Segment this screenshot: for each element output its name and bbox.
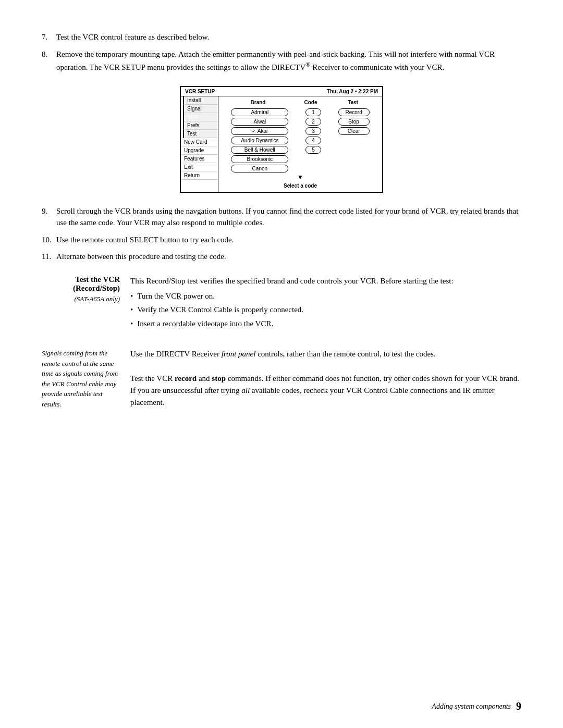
item8-num: 8. bbox=[42, 48, 56, 73]
item11-num: 11. bbox=[42, 251, 56, 263]
intro-list: 7. Test the VCR control feature as descr… bbox=[42, 31, 521, 73]
list-item-8: 8. Remove the temporary mounting tape. A… bbox=[42, 48, 521, 73]
test-record-text: Test the VCR record and stop commands. I… bbox=[130, 373, 521, 409]
use-directv-text: Use the DIRECTV Receiver front panel con… bbox=[130, 348, 521, 360]
code-1[interactable]: 1 bbox=[305, 108, 321, 116]
vcr-row-admiral: Admiral 1 Record bbox=[223, 108, 378, 116]
sat-note: (SAT-A65A only) bbox=[42, 295, 120, 303]
item10-text: Use the remote control SELECT button to … bbox=[56, 234, 521, 246]
sidebar-item-prefs[interactable]: Prefs bbox=[183, 121, 218, 130]
item9-num: 9. bbox=[42, 205, 56, 229]
vcr-row-bell-howell: Bell & Howell 5 bbox=[223, 146, 378, 154]
sidebar-item-upgrade[interactable]: Upgrade bbox=[181, 146, 218, 155]
code-3[interactable]: 3 bbox=[305, 127, 321, 135]
code-4[interactable]: 4 bbox=[305, 137, 321, 144]
sidebar-item-vcr[interactable]: VCR bbox=[183, 113, 218, 121]
test-vcr-heading-line2: (Record/Stop) bbox=[73, 284, 120, 292]
vcr-setup-title: VCR SETUP bbox=[185, 89, 215, 94]
item7-num: 7. bbox=[42, 31, 56, 43]
brand-brooksonic[interactable]: Brooksonic bbox=[231, 155, 288, 163]
sidebar-note-text: Signals coming from the remote control a… bbox=[42, 348, 120, 409]
vcr-brand-rows: Admiral 1 Record Aiwal 2 Stop Akai bbox=[223, 108, 378, 172]
page-footer: Adding system components 9 bbox=[432, 700, 521, 712]
vcr-main: Brand Code Test Admiral 1 Record bbox=[218, 96, 382, 192]
bullet-2: Verify the VCR Control Cable is properly… bbox=[130, 304, 521, 316]
sidebar-item-exit[interactable]: Exit bbox=[181, 163, 218, 171]
item10-num: 10. bbox=[42, 234, 56, 246]
list-item-11: 11. Alternate between this procedure and… bbox=[42, 251, 521, 263]
test-clear[interactable]: Clear bbox=[338, 127, 370, 135]
item11-text: Alternate between this procedure and tes… bbox=[56, 251, 521, 263]
col-test: Test bbox=[335, 100, 371, 105]
bullet-1: Turn the VCR power on. bbox=[130, 290, 521, 302]
sidebar-item-features[interactable]: Features bbox=[181, 155, 218, 163]
test-vcr-bullets: Turn the VCR power on. Verify the VCR Co… bbox=[130, 290, 521, 330]
code-5[interactable]: 5 bbox=[305, 146, 321, 154]
brand-aiwal[interactable]: Aiwal bbox=[231, 118, 288, 126]
vcr-setup-header: VCR SETUP Thu, Aug 2 • 2:22 PM bbox=[181, 87, 382, 96]
test-vcr-heading: Test the VCR (Record/Stop) bbox=[42, 275, 120, 293]
page-content: 7. Test the VCR control feature as descr… bbox=[42, 31, 521, 409]
item9-text: Scroll through the VCR brands using the … bbox=[56, 205, 521, 229]
vcr-column-headers: Brand Code Test bbox=[223, 100, 378, 105]
test-record[interactable]: Record bbox=[338, 108, 370, 116]
brand-audio-dynamics[interactable]: Audio Dynamics bbox=[231, 137, 288, 144]
brand-admiral[interactable]: Admiral bbox=[231, 108, 288, 116]
vcr-setup-container: VCR SETUP Thu, Aug 2 • 2:22 PM Install S… bbox=[42, 86, 521, 193]
list-item-9: 9. Scroll through the VCR brands using t… bbox=[42, 205, 521, 229]
sidebar-item-return[interactable]: Return bbox=[181, 171, 218, 180]
vcr-setup-datetime: Thu, Aug 2 • 2:22 PM bbox=[327, 89, 378, 94]
sidebar-item-newcard[interactable]: New Card bbox=[181, 138, 218, 146]
vcr-row-canon: Canon bbox=[223, 165, 378, 172]
item7-text: Test the VCR control feature as describe… bbox=[56, 31, 521, 43]
test-vcr-right: This Record/Stop test verifies the speci… bbox=[130, 275, 521, 336]
brand-akai[interactable]: Akai bbox=[231, 127, 288, 135]
code-2[interactable]: 2 bbox=[305, 118, 321, 126]
vcr-row-audio-dynamics: Audio Dynamics 4 bbox=[223, 137, 378, 144]
page-number: 9 bbox=[516, 700, 521, 712]
brand-canon[interactable]: Canon bbox=[231, 165, 288, 172]
sidebar-note-section: Signals coming from the remote control a… bbox=[42, 348, 521, 409]
sidebar-note-left: Signals coming from the remote control a… bbox=[42, 348, 130, 409]
scroll-down-indicator: ▼ bbox=[223, 174, 378, 181]
brand-bell-howell[interactable]: Bell & Howell bbox=[231, 146, 288, 154]
test-vcr-left: Test the VCR (Record/Stop) (SAT-A65A onl… bbox=[42, 275, 130, 336]
test-vcr-intro: This Record/Stop test verifies the speci… bbox=[130, 275, 521, 287]
item8-text: Remove the temporary mounting tape. Atta… bbox=[56, 48, 521, 73]
bullet-3: Insert a recordable videotape into the V… bbox=[130, 318, 521, 330]
vcr-row-brooksonic: Brooksonic bbox=[223, 155, 378, 163]
scroll-list: 9. Scroll through the VCR brands using t… bbox=[42, 205, 521, 263]
test-vcr-heading-line1: Test the VCR bbox=[75, 275, 120, 283]
test-stop[interactable]: Stop bbox=[338, 118, 370, 126]
footer-text: Adding system components bbox=[432, 702, 511, 711]
sidebar-item-test[interactable]: Test bbox=[183, 130, 218, 138]
select-code-label: Select a code bbox=[223, 183, 378, 189]
vcr-setup-body: Install Signal VCR Prefs Test New Card U… bbox=[181, 96, 382, 192]
vcr-setup-screen: VCR SETUP Thu, Aug 2 • 2:22 PM Install S… bbox=[180, 86, 383, 193]
col-brand: Brand bbox=[229, 100, 287, 105]
vcr-row-akai: Akai 3 Clear bbox=[223, 127, 378, 135]
sidebar-item-install[interactable]: Install bbox=[183, 96, 218, 105]
sidebar-item-signal[interactable]: Signal bbox=[183, 105, 218, 113]
list-item-7: 7. Test the VCR control feature as descr… bbox=[42, 31, 521, 43]
col-code: Code bbox=[300, 100, 321, 105]
vcr-sidebar: Install Signal VCR Prefs Test New Card U… bbox=[181, 96, 218, 192]
list-item-10: 10. Use the remote control SELECT button… bbox=[42, 234, 521, 246]
vcr-row-aiwal: Aiwal 2 Stop bbox=[223, 118, 378, 126]
sidebar-note-right: Use the DIRECTV Receiver front panel con… bbox=[130, 348, 521, 409]
test-vcr-section: Test the VCR (Record/Stop) (SAT-A65A onl… bbox=[42, 275, 521, 336]
